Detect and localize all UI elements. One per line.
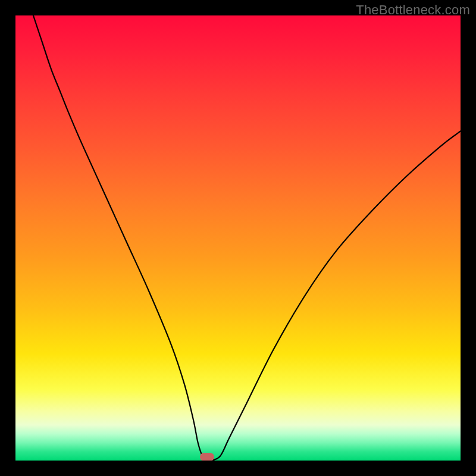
chart-frame: TheBottleneck.com [0, 0, 476, 476]
bottleneck-curve [15, 15, 461, 461]
plot-area [15, 15, 461, 461]
optimal-point-marker [200, 453, 214, 461]
